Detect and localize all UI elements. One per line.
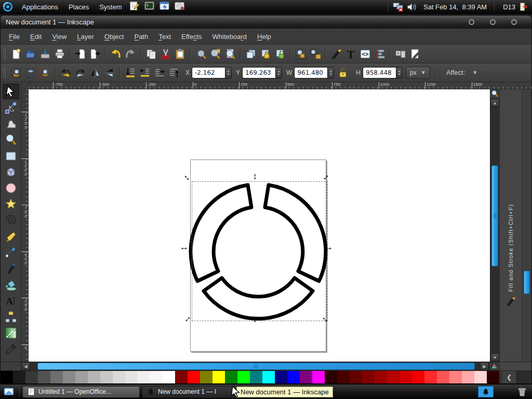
paste-button[interactable] [173,47,188,61]
palette-swatch[interactable] [325,371,337,383]
paint-bucket-tool[interactable] [3,277,19,292]
panel-menu-system[interactable]: System [94,1,127,13]
palette-swatch[interactable] [163,371,175,383]
horizontal-scroll-track[interactable] [30,362,480,370]
palette-swatch[interactable] [125,371,138,383]
scroll-right-button[interactable]: ▶ [480,362,489,370]
palette-swatch[interactable] [100,371,113,383]
lower-to-bottom-button[interactable] [123,65,138,80]
connector-tool[interactable] [3,309,19,325]
selection-handle-e[interactable]: ↔ [324,244,332,252]
palette-scroll-left-button[interactable]: ❮ [502,371,516,383]
menu-effects[interactable]: Effects [176,30,207,43]
trash-icon[interactable] [516,386,528,397]
xml-editor-button[interactable]: <> [358,47,373,61]
ungroup-button[interactable] [308,47,323,61]
menu-text[interactable]: Text [153,30,176,43]
new-document-button[interactable] [9,47,23,61]
lower-one-button[interactable] [138,65,152,80]
w-input[interactable] [294,67,327,78]
export-button[interactable] [88,47,102,61]
toolbar-grip[interactable] [4,67,7,78]
vertical-scrollbar[interactable]: ▲ ▼ [490,89,499,362]
flip-vertical-button[interactable] [102,65,117,80]
zoom-drawing-button[interactable] [208,47,223,61]
palette-swatch[interactable] [50,371,63,383]
scroll-up-button[interactable]: ▲ [490,99,499,107]
palette-swatch[interactable] [275,371,287,383]
palette-swatch[interactable] [262,371,275,383]
undo-button[interactable] [109,47,123,61]
palette-swatch[interactable] [75,371,88,383]
x-input[interactable] [192,67,225,78]
palette-swatch[interactable] [150,371,163,383]
copy-button[interactable] [144,47,158,61]
cut-button[interactable] [158,47,173,61]
palette-swatch[interactable] [63,371,75,383]
palette-swatch[interactable] [375,371,387,383]
lock-ratio-icon[interactable] [337,67,349,78]
redo-button[interactable] [123,47,138,61]
ruler-top[interactable]: -750-500-2500250500750100012501500 [29,82,531,89]
star-tool[interactable] [3,196,19,212]
node-editor-tool[interactable] [3,100,19,115]
select-all-layers-button[interactable] [23,65,38,80]
import-button[interactable] [73,47,88,61]
palette-swatch[interactable] [1,371,13,383]
scroll-left-button[interactable]: ◀ [21,362,30,370]
affect-dropdown[interactable]: Affect: ▼ [446,69,478,76]
palette-swatch[interactable] [400,371,412,383]
palette-swatch[interactable] [312,371,325,383]
save-button[interactable] [38,47,52,61]
text-tool[interactable]: A [3,293,19,309]
rotate-ccw-button[interactable] [59,65,73,80]
palette-swatch[interactable] [424,371,437,383]
palette-swatch[interactable] [25,371,38,383]
flip-horizontal-button[interactable] [88,65,102,80]
palette-swatch[interactable] [38,371,50,383]
palette-swatch[interactable] [88,371,100,383]
clone-button[interactable] [258,47,273,61]
zoom-tool[interactable] [3,132,19,148]
menu-edit[interactable]: Edit [25,30,47,43]
deselect-button[interactable] [38,65,52,80]
pen-tool[interactable] [3,245,19,260]
ellipse-tool[interactable] [3,180,19,196]
icon-preview-button[interactable] [393,47,408,61]
toolbar-grip[interactable] [4,48,7,60]
inkscape-tray-item[interactable] [478,386,494,397]
select-all-button[interactable] [9,65,23,80]
print-button[interactable] [52,47,67,61]
palette-swatch[interactable] [387,371,400,383]
ruler-left[interactable]: 125010007505002500 [21,89,29,362]
menu-whiteboard[interactable]: Whiteboard [207,30,252,43]
tweak-tool[interactable] [3,116,19,131]
minimize-button[interactable] [469,19,474,25]
selection-handle-w[interactable]: ↔ [180,244,188,252]
align-distribute-button[interactable] [373,47,387,61]
palette-swatch[interactable] [250,371,262,383]
show-desktop-icon[interactable] [2,386,16,397]
y-input[interactable] [242,67,275,78]
group-button[interactable] [294,47,308,61]
horizontal-scrollbar[interactable]: ◀ ▶ [1,362,531,370]
palette-swatch[interactable] [487,371,499,383]
panel-menu-places[interactable]: Places [63,1,94,13]
selector-tool[interactable] [3,84,19,99]
palette-swatch[interactable] [138,371,150,383]
raise-to-top-button[interactable] [167,65,181,80]
h-spinner[interactable]: ▲▼ [396,67,403,78]
rectangle-tool[interactable] [3,148,19,164]
palette-swatch[interactable] [350,371,362,383]
fill-and-stroke-tab[interactable]: Fill and Stroke (Shift+Ctrl+F) [500,89,522,362]
menu-file[interactable]: File [4,30,25,43]
palette-swatch[interactable] [113,371,125,383]
palette-swatch[interactable] [212,371,225,383]
cd-burner-launcher-icon[interactable] [174,1,185,11]
text-dialog-button[interactable]: T [343,47,358,61]
palette-swatch[interactable] [175,371,188,383]
palette-swatch[interactable] [200,371,212,383]
clock[interactable]: Sat Feb 14, 8:39 AM [423,3,487,11]
palette-swatch[interactable] [462,371,474,383]
menu-layer[interactable]: Layer [72,30,99,43]
